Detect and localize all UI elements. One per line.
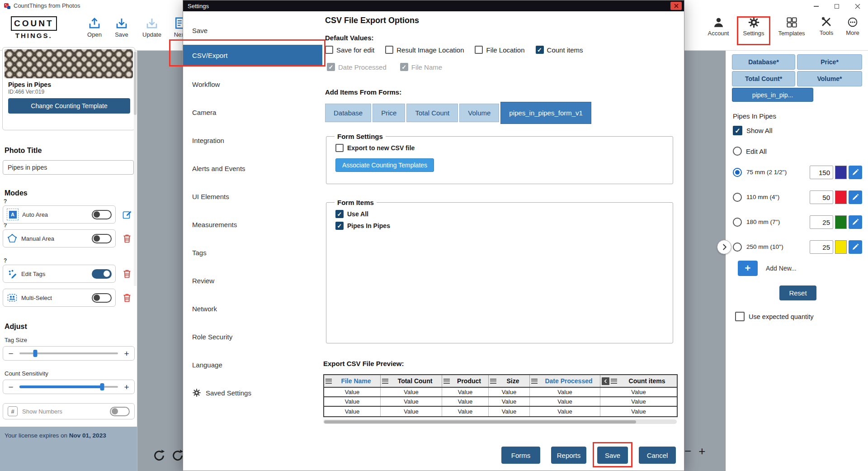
- delete-mode-button[interactable]: [121, 233, 133, 244]
- sensitivity-increase-button[interactable]: +: [123, 383, 130, 391]
- auto-area-toggle[interactable]: [92, 210, 112, 219]
- size-color-swatch[interactable]: [835, 215, 847, 229]
- tag-size-handle[interactable]: [33, 350, 37, 357]
- table-horizontal-scrollbar[interactable]: [323, 419, 677, 424]
- file-location-checkbox[interactable]: [475, 46, 483, 54]
- show-all-checkbox[interactable]: [733, 126, 742, 135]
- form-button-pipes-form[interactable]: pipes_in_pip...: [732, 88, 813, 102]
- menu-icon[interactable]: [443, 379, 450, 384]
- tag-size-decrease-button[interactable]: −: [8, 349, 14, 358]
- menu-icon[interactable]: [326, 379, 332, 384]
- size-quantity-input[interactable]: [810, 190, 833, 204]
- tab-database[interactable]: Database: [325, 104, 371, 122]
- size-color-swatch[interactable]: [835, 240, 847, 254]
- cancel-button[interactable]: Cancel: [639, 447, 676, 464]
- nav-item-language[interactable]: Language: [183, 351, 322, 379]
- form-button-volume[interactable]: Volume*: [797, 71, 862, 86]
- size-edit-button[interactable]: [849, 190, 862, 204]
- scroll-left-icon[interactable]: [602, 377, 609, 385]
- nav-item-review[interactable]: Review: [183, 266, 322, 295]
- column-header-total-count[interactable]: Total Count: [381, 375, 442, 387]
- more-button[interactable]: More: [840, 16, 865, 36]
- tab-total-count[interactable]: Total Count: [406, 104, 458, 122]
- size-edit-button[interactable]: [849, 166, 862, 179]
- export-new-csv-checkbox[interactable]: [335, 144, 344, 152]
- delete-mode-button[interactable]: [121, 268, 133, 280]
- zoom-out-button[interactable]: −: [684, 445, 691, 457]
- tag-size-increase-button[interactable]: +: [123, 349, 130, 358]
- save-button-toolbar[interactable]: Save: [109, 16, 134, 38]
- nav-item-network[interactable]: Network: [183, 295, 322, 323]
- add-new-button[interactable]: +: [738, 261, 758, 276]
- template-thumbnail[interactable]: [5, 49, 133, 78]
- show-numbers-toggle[interactable]: [110, 407, 130, 416]
- expected-quantity-checkbox[interactable]: [735, 312, 745, 321]
- update-button[interactable]: Update: [139, 16, 165, 38]
- nav-item-csv-export[interactable]: CSV/Export: [183, 45, 322, 66]
- scrollbar-thumb[interactable]: [324, 420, 636, 423]
- multi-select-toggle[interactable]: [92, 293, 112, 303]
- sensitivity-handle[interactable]: [100, 383, 104, 390]
- nav-item-saved-settings[interactable]: Saved Settings: [183, 379, 322, 407]
- reset-button[interactable]: Reset: [779, 285, 816, 300]
- nav-item-save[interactable]: Save: [183, 19, 322, 42]
- sidebar-scrollbar[interactable]: [134, 51, 137, 286]
- sensitivity-track[interactable]: [19, 386, 118, 388]
- sensitivity-decrease-button[interactable]: −: [8, 383, 14, 391]
- nav-item-integration[interactable]: Integration: [183, 126, 322, 154]
- account-button[interactable]: Account: [704, 16, 733, 37]
- size-color-swatch[interactable]: [835, 166, 847, 179]
- help-icon[interactable]: ?: [4, 257, 7, 264]
- forms-button[interactable]: Forms: [501, 447, 540, 464]
- menu-icon[interactable]: [382, 379, 388, 384]
- column-header-date-processed[interactable]: Date Processed: [530, 375, 600, 387]
- size-radio[interactable]: [733, 168, 742, 177]
- size-quantity-input[interactable]: [810, 240, 833, 254]
- size-radio[interactable]: [733, 243, 742, 252]
- tag-size-track[interactable]: [19, 352, 118, 354]
- edit-tags-toggle[interactable]: [92, 269, 112, 279]
- zoom-in-button[interactable]: +: [698, 445, 705, 457]
- size-edit-button[interactable]: [849, 240, 862, 254]
- column-header-product[interactable]: Product: [442, 375, 489, 387]
- save-button[interactable]: Save: [597, 447, 628, 464]
- menu-icon[interactable]: [611, 379, 617, 384]
- nav-item-workflow[interactable]: Workflow: [183, 70, 322, 98]
- count-items-checkbox[interactable]: [536, 46, 544, 54]
- use-all-checkbox[interactable]: [335, 210, 344, 218]
- delete-mode-button[interactable]: [121, 292, 133, 304]
- templates-button[interactable]: Templates: [774, 16, 810, 37]
- tab-pipes-form[interactable]: pipes_in_pipes_form_v1: [500, 102, 591, 124]
- close-button[interactable]: [847, 0, 868, 13]
- result-image-location-checkbox[interactable]: [385, 46, 393, 54]
- edit-mode-button[interactable]: [121, 209, 133, 220]
- nav-item-measurements[interactable]: Measurements: [183, 210, 322, 238]
- column-header-size[interactable]: Size: [489, 375, 530, 387]
- edit-all-radio[interactable]: [733, 147, 742, 156]
- size-quantity-input[interactable]: [810, 215, 833, 229]
- size-radio[interactable]: [733, 218, 742, 227]
- maximize-button[interactable]: [826, 0, 847, 13]
- nav-item-ui-elements[interactable]: UI Elements: [183, 182, 322, 210]
- tab-price[interactable]: Price: [373, 104, 405, 122]
- form-button-price[interactable]: Price*: [797, 54, 862, 70]
- associate-counting-templates-button[interactable]: Associate Counting Templates: [335, 158, 434, 172]
- nav-item-role-security[interactable]: Role Security: [183, 323, 322, 351]
- minimize-button[interactable]: [806, 0, 826, 13]
- form-button-database[interactable]: Database*: [732, 54, 795, 70]
- reports-button[interactable]: Reports: [551, 447, 586, 464]
- size-radio[interactable]: [733, 193, 742, 202]
- form-button-total-count[interactable]: Total Count*: [732, 71, 795, 86]
- menu-icon[interactable]: [531, 379, 538, 384]
- column-header-file-name[interactable]: File Name: [324, 375, 381, 387]
- tab-volume[interactable]: Volume: [459, 104, 499, 122]
- nav-item-tags[interactable]: Tags: [183, 238, 322, 266]
- size-edit-button[interactable]: [849, 215, 862, 229]
- rotate-left-button[interactable]: [152, 449, 166, 462]
- help-icon[interactable]: ?: [4, 198, 7, 205]
- save-for-edit-checkbox[interactable]: [325, 46, 333, 54]
- panel-expander-button[interactable]: [717, 240, 731, 254]
- dialog-close-button[interactable]: [670, 2, 682, 10]
- settings-button[interactable]: Settings: [740, 16, 768, 37]
- size-color-swatch[interactable]: [835, 190, 847, 204]
